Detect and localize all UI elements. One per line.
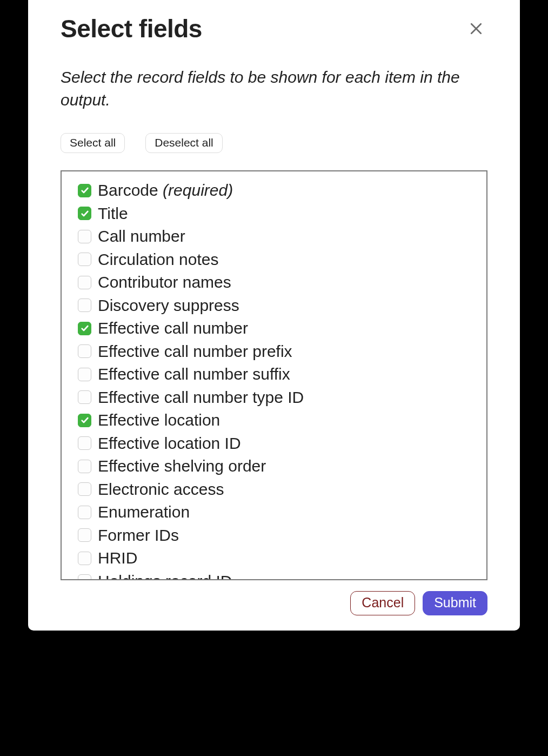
field-label: Holdings record ID	[98, 571, 232, 581]
field-checkbox[interactable]	[78, 322, 91, 335]
field-checkbox[interactable]	[78, 253, 91, 266]
field-checkbox[interactable]	[78, 344, 91, 358]
field-row: Enumeration	[78, 501, 470, 524]
field-label: Effective shelving order	[98, 455, 266, 478]
field-checkbox[interactable]	[78, 552, 91, 565]
field-row: Electronic access	[78, 478, 470, 501]
field-row: Effective location	[78, 409, 470, 432]
deselect-all-button[interactable]: Deselect all	[145, 133, 223, 153]
field-label: Effective location	[98, 409, 220, 432]
field-checkbox[interactable]	[78, 528, 91, 542]
field-checkbox[interactable]	[78, 299, 91, 312]
field-label: Electronic access	[98, 479, 224, 501]
dialog-footer: Cancel Submit	[61, 591, 487, 615]
field-label: Effective location ID	[98, 433, 241, 455]
submit-button[interactable]: Submit	[423, 591, 487, 615]
field-checkbox[interactable]	[78, 482, 91, 496]
field-label: Discovery suppress	[98, 295, 239, 317]
field-label: Barcode (required)	[98, 180, 233, 202]
field-row: Effective call number	[78, 317, 470, 340]
field-row: Contributor names	[78, 271, 470, 294]
field-row: Effective call number prefix	[78, 340, 470, 363]
field-checkbox[interactable]	[78, 184, 91, 197]
field-checkbox[interactable]	[78, 574, 91, 580]
field-label: Call number	[98, 226, 185, 248]
cancel-button[interactable]: Cancel	[350, 591, 415, 615]
field-checkbox[interactable]	[78, 207, 91, 220]
field-checkbox[interactable]	[78, 230, 91, 243]
dialog-description: Select the record fields to be shown for…	[61, 66, 487, 111]
field-label: Contributor names	[98, 271, 231, 294]
field-checkbox[interactable]	[78, 390, 91, 404]
field-row: Title	[78, 202, 470, 226]
field-row: Former IDs	[78, 524, 470, 547]
dialog-title: Select fields	[61, 14, 202, 43]
field-row: Discovery suppress	[78, 294, 470, 317]
field-checkbox[interactable]	[78, 368, 91, 381]
field-checkbox[interactable]	[78, 460, 91, 473]
field-checkbox[interactable]	[78, 414, 91, 427]
field-row: Effective shelving order	[78, 455, 470, 478]
field-label: Title	[98, 203, 128, 225]
field-checkbox[interactable]	[78, 276, 91, 289]
field-row: HRID	[78, 547, 470, 570]
field-label: Circulation notes	[98, 249, 218, 271]
field-row: Effective call number type ID	[78, 386, 470, 409]
dialog-header: Select fields	[61, 14, 487, 43]
field-label: HRID	[98, 547, 137, 569]
select-all-button[interactable]: Select all	[61, 133, 125, 153]
close-icon	[468, 21, 484, 37]
field-row: Effective location ID	[78, 432, 470, 455]
field-row: Holdings record ID	[78, 570, 470, 581]
field-checkbox[interactable]	[78, 506, 91, 519]
select-fields-dialog: Select fields Select the record fields t…	[28, 0, 520, 631]
field-label: Effective call number prefix	[98, 341, 292, 363]
field-label: Effective call number suffix	[98, 363, 290, 386]
fields-list[interactable]: Barcode (required)TitleCall numberCircul…	[61, 170, 487, 580]
field-label: Enumeration	[98, 501, 190, 523]
field-row: Call number	[78, 225, 470, 248]
field-row: Circulation notes	[78, 248, 470, 271]
close-button[interactable]	[465, 17, 487, 40]
field-label: Effective call number type ID	[98, 387, 304, 409]
field-label: Effective call number	[98, 317, 248, 340]
field-checkbox[interactable]	[78, 436, 91, 450]
field-row: Effective call number suffix	[78, 363, 470, 386]
field-label: Former IDs	[98, 525, 179, 547]
selection-toolbar: Select all Deselect all	[61, 133, 487, 153]
required-note: (required)	[163, 181, 233, 199]
field-row: Barcode (required)	[78, 179, 470, 202]
